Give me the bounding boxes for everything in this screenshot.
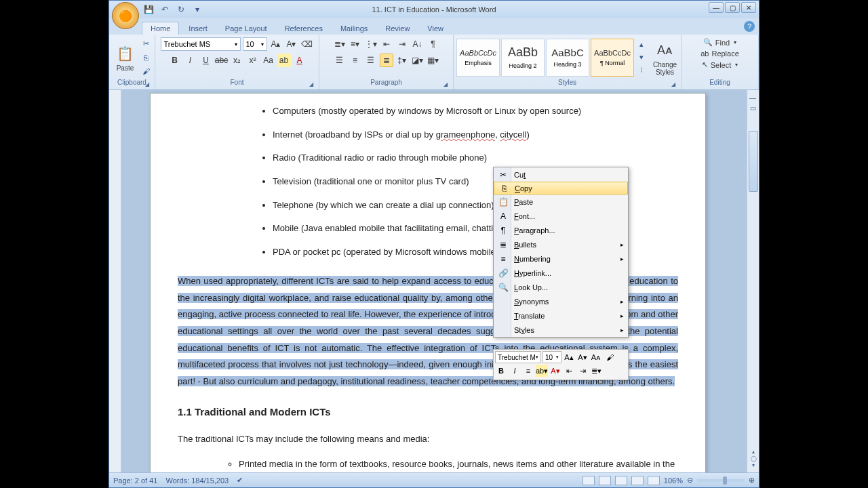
mini-shrink-icon[interactable]: A▾	[576, 351, 589, 363]
zoom-out-button[interactable]: ⊖	[687, 476, 693, 485]
tab-references[interactable]: References	[277, 22, 331, 35]
highlight-button[interactable]: ab	[277, 54, 291, 67]
multilevel-button[interactable]: ⋮▾	[364, 37, 378, 51]
paste-button[interactable]: 📋 Paste	[112, 43, 138, 72]
mini-painter-icon[interactable]: 🖌	[604, 351, 616, 363]
zoom-in-button[interactable]: ⊕	[749, 476, 755, 485]
view-web-icon[interactable]	[615, 476, 627, 485]
strike-button[interactable]: abc	[215, 54, 229, 67]
mini-color-button[interactable]: A▾	[549, 365, 561, 377]
numbering-button[interactable]: ≡▾	[349, 37, 362, 51]
view-draft-icon[interactable]	[648, 476, 660, 485]
cut-icon[interactable]: ✂	[140, 38, 152, 50]
tab-page-layout[interactable]: Page Layout	[217, 22, 275, 35]
intro-text[interactable]: The traditional ICTs may include the fol…	[178, 431, 678, 448]
style-heading2[interactable]: AaBbHeading 2	[501, 39, 545, 77]
context-copy[interactable]: ⎘Copy	[494, 182, 628, 195]
context-cut[interactable]: ✂Cut	[494, 167, 628, 182]
font-dialog-icon[interactable]: ◢	[308, 81, 315, 88]
shrink-font-icon[interactable]: A▾	[285, 37, 298, 51]
view-print-icon[interactable]	[583, 476, 595, 485]
show-marks-button[interactable]: ¶	[427, 37, 440, 51]
list-item[interactable]: Computers (mostly operated by windows by…	[273, 103, 678, 120]
align-right-button[interactable]: ☰	[364, 54, 378, 67]
italic-button[interactable]: I	[184, 54, 197, 67]
find-button[interactable]: 🔍Find▾	[701, 37, 739, 47]
zoom-slider[interactable]	[697, 479, 745, 482]
superscript-button[interactable]: x²	[246, 54, 260, 67]
context-hyperlink[interactable]: 🔗Hyperlink...	[494, 266, 628, 280]
context-font[interactable]: AFont...	[494, 209, 628, 223]
split-icon[interactable]: —	[749, 94, 756, 102]
close-button[interactable]: ✕	[741, 2, 756, 13]
mini-highlight-button[interactable]: ab▾	[536, 365, 548, 377]
mini-dec-indent-button[interactable]: ⇤	[563, 365, 575, 377]
change-styles-button[interactable]: Aᴀ Change Styles	[652, 39, 678, 76]
context-synonyms[interactable]: Synonyms▸	[494, 294, 628, 308]
tab-view[interactable]: View	[419, 22, 452, 35]
context-numbering[interactable]: ≡Numbering▸	[494, 251, 628, 266]
vertical-scrollbar[interactable]: — ▭ ▴◯▾	[747, 90, 759, 472]
redo-icon[interactable]: ↻	[176, 4, 186, 15]
scroll-thumb[interactable]	[749, 131, 758, 192]
format-painter-icon[interactable]: 🖌	[140, 65, 152, 77]
mini-font-combo[interactable]: Trebuchet M▾	[495, 351, 541, 363]
mini-styles-icon[interactable]: Aᴀ	[590, 351, 602, 363]
grow-font-icon[interactable]: A▴	[269, 37, 283, 51]
context-paragraph[interactable]: ¶Paragraph...	[494, 223, 628, 237]
tab-review[interactable]: Review	[377, 22, 418, 35]
borders-button[interactable]: ▦▾	[427, 54, 440, 67]
list-item[interactable]: Radio (Traditional radio or radio throug…	[273, 150, 678, 167]
tab-home[interactable]: Home	[142, 22, 179, 35]
style-heading3[interactable]: AaBbCHeading 3	[546, 39, 589, 77]
list-item[interactable]: Internet (broadband by ISPs or dial up b…	[273, 127, 678, 144]
mini-bullets-button[interactable]: ≣▾	[590, 365, 602, 377]
style-emphasis[interactable]: AaBbCcDcEmphasis	[456, 39, 500, 77]
subscript-button[interactable]: x₂	[231, 54, 244, 67]
change-case-button[interactable]: Aa	[262, 54, 275, 67]
style-gallery[interactable]: AaBbCcDcEmphasis AaBbHeading 2 AaBbCHead…	[456, 39, 648, 77]
tab-insert[interactable]: Insert	[180, 22, 216, 35]
ruler-toggle-icon[interactable]: ▭	[750, 104, 756, 112]
mini-bold-button[interactable]: B	[495, 365, 507, 377]
list-item[interactable]: Printed media in the form of textbooks, …	[239, 456, 678, 472]
sort-button[interactable]: A↓	[411, 37, 425, 51]
view-fullscreen-icon[interactable]	[599, 476, 611, 485]
increase-indent-button[interactable]: ⇥	[395, 37, 409, 51]
styles-dialog-icon[interactable]: ◢	[670, 81, 677, 88]
gallery-down-icon[interactable]: ▾	[635, 52, 648, 64]
select-button[interactable]: ↖Select▾	[699, 60, 741, 70]
view-outline-icon[interactable]	[631, 476, 644, 485]
save-icon[interactable]: 💾	[143, 4, 154, 15]
mini-grow-icon[interactable]: A▴	[563, 351, 575, 363]
bullets-button[interactable]: ≣▾	[333, 37, 347, 51]
paragraph-dialog-icon[interactable]: ◢	[442, 81, 449, 88]
replace-button[interactable]: abReplace	[698, 49, 742, 58]
mini-italic-button[interactable]: I	[509, 365, 521, 377]
mini-center-button[interactable]: ≡	[522, 365, 534, 377]
undo-icon[interactable]: ↶	[159, 4, 170, 15]
gallery-up-icon[interactable]: ▴	[635, 39, 648, 51]
gallery-more-icon[interactable]: ⁝	[635, 64, 648, 77]
copy-icon[interactable]: ⎘	[140, 52, 152, 64]
clear-format-icon[interactable]: ⌫	[300, 37, 314, 51]
vertical-ruler[interactable]	[109, 90, 121, 472]
decrease-indent-button[interactable]: ⇤	[380, 37, 393, 51]
tab-mailings[interactable]: Mailings	[332, 22, 376, 35]
context-paste[interactable]: 📋Paste	[494, 195, 628, 209]
font-size-combo[interactable]: 10▾	[243, 37, 267, 51]
status-page[interactable]: Page: 2 of 41	[113, 476, 157, 485]
heading-1-1[interactable]: 1.1 Traditional and Modern ICTs	[178, 403, 678, 422]
context-translate[interactable]: Translate▸	[494, 308, 628, 323]
style-normal[interactable]: AaBbCcDc¶ Normal	[591, 39, 634, 77]
help-icon[interactable]: ?	[744, 21, 755, 32]
clipboard-dialog-icon[interactable]: ◢	[144, 81, 151, 88]
maximize-button[interactable]: ▢	[725, 2, 740, 13]
justify-button[interactable]: ≣	[380, 54, 393, 67]
qat-more-icon[interactable]: ▾	[192, 4, 203, 15]
line-spacing-button[interactable]: ‡▾	[395, 54, 409, 67]
context-bullets[interactable]: ≣Bullets▸	[494, 237, 628, 251]
proofing-icon[interactable]: ✔	[237, 476, 243, 485]
status-words[interactable]: Words: 184/15,203	[165, 476, 229, 485]
context-look-up[interactable]: 🔍Look Up...	[494, 280, 628, 294]
